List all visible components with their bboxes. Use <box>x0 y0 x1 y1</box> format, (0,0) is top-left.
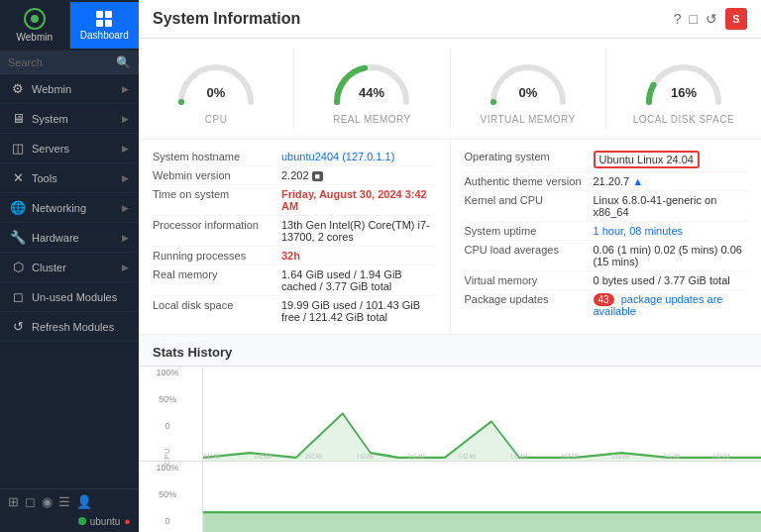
webmin-version-key: Webmin version <box>153 169 281 181</box>
stats-title: Stats History <box>139 341 761 366</box>
sidebar-item-system[interactable]: 🖥 System ▶ <box>0 104 139 134</box>
footer-icon-4[interactable]: ☰ <box>58 494 70 509</box>
svg-point-1 <box>31 15 39 23</box>
svg-text:3:42 AM: 3:42 AM <box>305 452 322 461</box>
search-input[interactable] <box>8 56 116 68</box>
sidebar-item-webmin[interactable]: ⚙ Webmin ▶ <box>0 74 139 104</box>
unused-nav-icon: ◻ <box>10 289 26 304</box>
info-row-running-processes: Running processes 32h <box>153 247 436 266</box>
time-key: Time on system <box>153 188 281 200</box>
cpu-load-val: 0.06 (1 min) 0.02 (5 mins) 0.06 (15 mins… <box>594 244 748 267</box>
sidebar-webmin-button[interactable]: Webmin <box>0 0 70 51</box>
cpu-chart-body: 3:42 AM 3:42 AM 3:42 AM 3:42 AM 3:42 AM … <box>203 367 761 461</box>
svg-rect-5 <box>105 20 112 27</box>
sidebar-item-unused-modules[interactable]: ◻ Un-used Modules <box>0 282 139 312</box>
help-icon[interactable]: ? <box>674 11 682 27</box>
networking-nav-icon: 🌐 <box>10 200 26 215</box>
svg-text:0%: 0% <box>207 85 226 100</box>
uptime-val: 1 hour, 08 minutes <box>594 225 748 237</box>
svg-marker-22 <box>203 512 761 532</box>
cpu-load-key: CPU load averages <box>465 244 594 256</box>
svg-text:3:42 AM: 3:42 AM <box>561 452 578 461</box>
info-row-time: Time on system Friday, August 30, 2024 3… <box>153 185 436 216</box>
real-memory-gauge-label: REAL MEMORY <box>333 114 411 125</box>
svg-text:3:42 AM: 3:42 AM <box>510 452 527 461</box>
dashboard-label: Dashboard <box>80 30 129 41</box>
cpu-chart-row: 100% 50% 0 CPU 3:42 AM 3:42 AM 3:42 AM 3… <box>139 366 761 461</box>
footer-icon-2[interactable]: ◻ <box>25 494 36 509</box>
svg-rect-2 <box>96 11 103 18</box>
user-status-dot <box>78 517 86 525</box>
svg-text:3:42 AM: 3:42 AM <box>459 452 476 461</box>
gauge-local-disk: 16% LOCAL DISK SPACE <box>605 49 761 129</box>
running-processes-val: 32h <box>281 250 436 262</box>
search-icon: 🔍 <box>116 55 131 69</box>
sidebar-item-tools[interactable]: ✕ Tools ▶ <box>0 163 139 193</box>
sidebar-item-servers[interactable]: ◫ Servers ▶ <box>0 134 139 163</box>
chevron-right-icon: ▶ <box>122 233 129 243</box>
cpu-chart-svg: 3:42 AM 3:42 AM 3:42 AM 3:42 AM 3:42 AM … <box>203 367 761 461</box>
webmin-icon <box>24 8 46 30</box>
svg-text:3:42 AM: 3:42 AM <box>203 452 220 461</box>
info-row-processor: Processor information 13th Gen Intel(R) … <box>153 216 436 247</box>
sidebar-item-hardware[interactable]: 🔧 Hardware ▶ <box>0 223 139 253</box>
real-memory-gauge-svg: 44% <box>327 53 416 112</box>
sidebar-footer: ⊞ ◻ ◉ ☰ 👤 ubuntu ● <box>0 488 139 532</box>
info-row-packages: Package updates 43 package updates are a… <box>465 290 748 320</box>
theme-version-key: Authentic theme version <box>465 175 594 187</box>
info-row-webmin-version: Webmin version 2.202 ■ <box>153 166 436 185</box>
os-highlighted: Ubuntu Linux 24.04 <box>594 151 700 168</box>
info-left-col: System hostname ubuntu2404 (127.0.1.1) W… <box>139 140 450 334</box>
info-row-cpu-load: CPU load averages 0.06 (1 min) 0.02 (5 m… <box>465 241 748 271</box>
hostname-link[interactable]: ubuntu2404 (127.0.1.1) <box>281 151 394 162</box>
info-row-kernel: Kernel and CPU Linux 6.8.0-41-generic on… <box>465 191 748 222</box>
tools-nav-icon: ✕ <box>10 170 26 185</box>
memory-chart-label: 100% 50% 0 Real Memory <box>139 462 203 532</box>
footer-icon-3[interactable]: ◉ <box>42 494 53 509</box>
real-memory-val: 1.64 GiB used / 1.94 GiB cached / 3.77 G… <box>281 268 436 292</box>
info-row-hostname: System hostname ubuntu2404 (127.0.1.1) <box>153 148 436 166</box>
servers-nav-icon: ◫ <box>10 141 26 156</box>
local-disk-gauge-svg: 16% <box>639 53 728 112</box>
info-row-os: Operating system Ubuntu Linux 24.04 <box>465 148 748 172</box>
sidebar-item-label: System <box>32 113 68 125</box>
sidebar-item-refresh-modules[interactable]: ↺ Refresh Modules <box>0 312 139 342</box>
dashboard-icon <box>95 10 113 28</box>
svg-text:0%: 0% <box>518 85 537 100</box>
theme-link-icon[interactable]: ▲ <box>632 175 643 187</box>
svg-rect-4 <box>96 20 103 27</box>
sidebar-item-cluster[interactable]: ⬡ Cluster ▶ <box>0 253 139 282</box>
chevron-right-icon: ▶ <box>122 144 129 154</box>
cluster-nav-icon: ⬡ <box>10 260 26 274</box>
gauge-cpu: 0% CPU <box>139 49 293 129</box>
svg-text:3:42 AM: 3:42 AM <box>255 452 272 461</box>
svg-text:3:42 AM: 3:42 AM <box>357 452 374 461</box>
save-icon[interactable]: □ <box>690 11 698 27</box>
local-disk-val: 19.99 GiB used / 101.43 GiB free / 121.4… <box>281 299 436 323</box>
sidebar-header: Webmin Dashboard <box>0 0 139 52</box>
time-val: Friday, August 30, 2024 3:42 AM <box>281 188 436 212</box>
main-header: System Information ? □ ↺ S <box>139 0 761 39</box>
virtual-memory-gauge-svg: 0% <box>484 53 573 112</box>
info-right-col: Operating system Ubuntu Linux 24.04 Auth… <box>450 140 762 334</box>
username-label: ubuntu <box>90 516 121 527</box>
refresh-icon[interactable]: ↺ <box>706 11 717 27</box>
theme-version-val: 21.20.7 ▲ <box>594 175 748 187</box>
svg-rect-3 <box>105 11 112 18</box>
footer-user: ubuntu ● <box>78 515 131 527</box>
sidebar-item-label: Tools <box>32 172 57 184</box>
svg-text:3:42 AM: 3:42 AM <box>663 452 680 461</box>
sidebar-item-networking[interactable]: 🌐 Networking ▶ <box>0 193 139 223</box>
chevron-right-icon: ▶ <box>122 84 129 94</box>
cpu-axis-label: CPU <box>163 449 171 466</box>
gauges-section: 0% CPU 44% REAL MEMORY 0% VIRTUAL MEMORY <box>139 39 761 140</box>
kernel-val: Linux 6.8.0-41-generic on x86_64 <box>594 194 748 218</box>
stats-charts: 100% 50% 0 CPU 3:42 AM 3:42 AM 3:42 AM 3… <box>139 366 761 532</box>
gauge-real-memory: 44% REAL MEMORY <box>293 49 449 129</box>
sidebar-dashboard-button[interactable]: Dashboard <box>70 2 140 49</box>
uptime-link[interactable]: 1 hour, 08 minutes <box>594 225 684 237</box>
cpu-gauge-svg: 0% <box>171 53 261 112</box>
footer-icon-1[interactable]: ⊞ <box>8 494 19 509</box>
sidebar-item-label: Refresh Modules <box>32 321 114 333</box>
footer-icon-5[interactable]: 👤 <box>76 494 92 509</box>
